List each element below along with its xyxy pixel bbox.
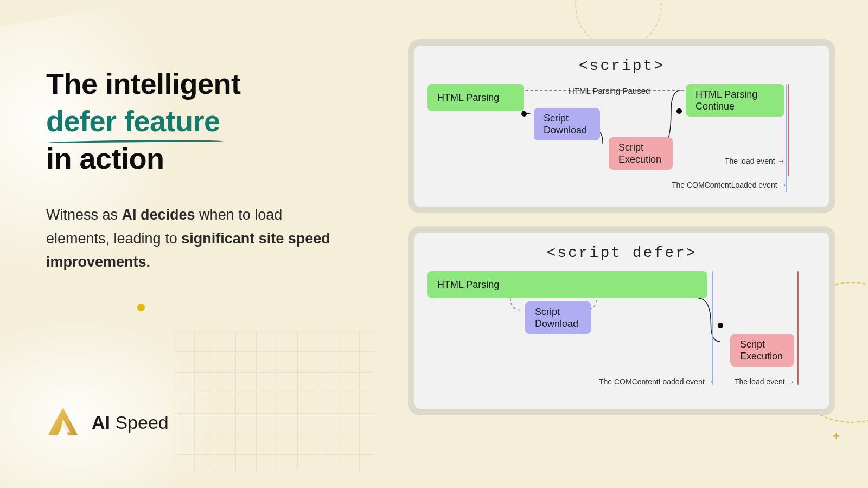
diagram-cards: <script> HTML Parsing HTML Parsing Pause… xyxy=(408,39,835,415)
domcontentloaded-line xyxy=(786,84,787,192)
diagram1-timeline: HTML Parsing HTML Parsing Paused Script … xyxy=(427,84,816,198)
label-parsing-paused: HTML Parsing Paused xyxy=(569,86,650,95)
brand-logo-icon xyxy=(46,406,80,439)
diagram-card-script-defer: <script defer> HTML Parsing Script Downl… xyxy=(408,226,835,415)
headline: The intelligent defer feature in action xyxy=(46,65,350,177)
headline-line3: in action xyxy=(46,142,164,175)
bg-dot xyxy=(137,304,145,311)
connector-dot xyxy=(718,323,723,328)
domcontentloaded-line xyxy=(712,271,713,385)
label-load-text2: The load event xyxy=(735,377,785,386)
connector-dot xyxy=(676,108,682,114)
diagram-card-script: <script> HTML Parsing HTML Parsing Pause… xyxy=(408,39,835,213)
label-load-event: The load event→ xyxy=(735,377,795,386)
headline-accent: defer feature xyxy=(46,102,220,140)
headline-line1: The intelligent xyxy=(46,67,241,100)
label-load-event: The load event→ xyxy=(725,157,785,165)
load-event-line xyxy=(797,271,799,385)
block-html-parsing-continue: HTML Parsing Continue xyxy=(686,84,784,117)
label-dcl-text: The COMContentLoaded event xyxy=(672,181,777,189)
plus-icon: + xyxy=(833,429,840,444)
bg-grid xyxy=(174,331,374,472)
diagram2-title: <script defer> xyxy=(427,245,816,261)
brand-rest: Speed xyxy=(110,412,169,433)
brand-bold: AI xyxy=(92,412,110,433)
block-script-download: Script Download xyxy=(525,301,591,334)
block-script-execution: Script Execution xyxy=(730,334,794,367)
block-html-parsing: HTML Parsing xyxy=(427,84,524,111)
label-dcl-text2: The COMContentLoaded event xyxy=(599,377,705,386)
label-domcontentloaded-event: The COMContentLoaded event→ xyxy=(599,377,714,386)
block-html-parsing: HTML Parsing xyxy=(427,271,707,298)
load-event-line xyxy=(788,84,789,176)
block-script-download: Script Download xyxy=(534,108,600,140)
label-domcontentloaded-event: The COMContentLoaded event→ xyxy=(672,181,787,189)
brand-name: AI Speed xyxy=(92,412,169,433)
connector-dot xyxy=(521,111,527,117)
block-script-execution: Script Execution xyxy=(609,137,673,170)
subtitle: Witness as AI decides when to load eleme… xyxy=(46,203,339,274)
diagram1-title: <script> xyxy=(427,57,816,74)
brand: AI Speed xyxy=(46,406,169,439)
left-column: The intelligent defer feature in action … xyxy=(46,65,350,274)
diagram2-timeline: HTML Parsing Script Download Script Exec… xyxy=(427,271,816,400)
subtitle-bold1: AI decides xyxy=(122,207,195,223)
subtitle-pre: Witness as xyxy=(46,207,122,223)
label-load-event-text: The load event xyxy=(725,157,775,165)
